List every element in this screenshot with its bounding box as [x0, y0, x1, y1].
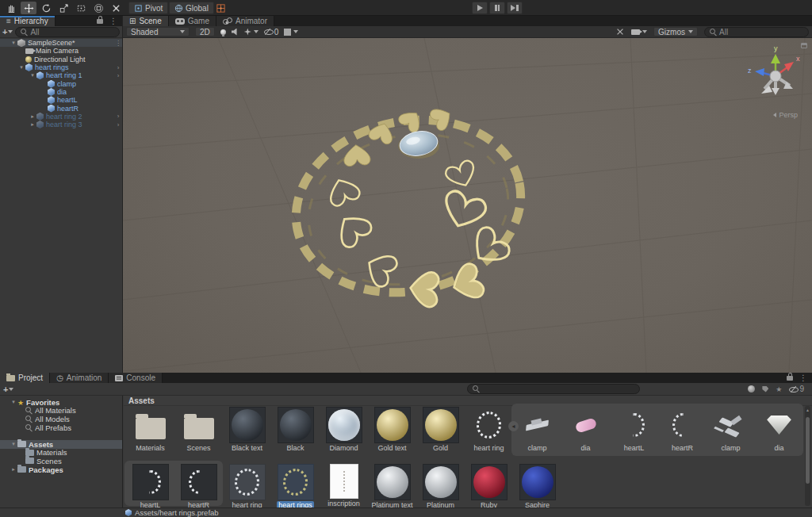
pivot-toggle-button[interactable]: Pivot	[128, 2, 168, 14]
shading-mode-dropdown[interactable]: Shaded	[126, 27, 190, 36]
scroll-up-icon[interactable]: ▲	[805, 408, 810, 412]
row-chevron[interactable]: ›	[114, 121, 122, 128]
step-button[interactable]	[507, 2, 523, 14]
prefab-expander-button[interactable]: ◂	[508, 421, 519, 431]
search-by-label-icon[interactable]	[762, 386, 768, 393]
gizmo-axis-y[interactable]	[771, 54, 780, 63]
effects-dropdown[interactable]	[244, 29, 259, 36]
hierarchy-row[interactable]: clamp	[0, 79, 122, 87]
row-chevron[interactable]: ›	[114, 72, 122, 79]
expand-toggle[interactable]: ▸	[29, 121, 36, 128]
tree-row[interactable]: ▾ Assets	[0, 440, 122, 449]
scene-lighting-icon[interactable]	[220, 29, 226, 35]
view-tab[interactable]: Animator	[216, 16, 274, 26]
tree-row[interactable]: All Models	[0, 415, 122, 423]
expand-toggle[interactable]: ▸	[10, 466, 17, 473]
panel-tab[interactable]: Console	[109, 373, 163, 383]
hierarchy-row[interactable]: ▾ SampleScene* ⋮	[0, 39, 122, 47]
asset-tile[interactable]: heart ring ◂	[465, 407, 513, 454]
hierarchy-search-input[interactable]: All	[15, 27, 120, 37]
asset-tile[interactable]: heartR	[658, 407, 707, 454]
rotate-tool-button[interactable]	[38, 2, 54, 14]
asset-tile[interactable]: heart ring	[223, 464, 271, 511]
expand-toggle[interactable]: ▾	[10, 40, 17, 46]
grid-settings-dropdown[interactable]	[284, 29, 298, 36]
grid-snap-button[interactable]	[213, 2, 228, 14]
projection-toggle[interactable]: Persp	[773, 111, 798, 119]
transform-tool-button[interactable]	[90, 2, 106, 14]
view-tab[interactable]: Scene	[123, 16, 169, 26]
save-search-icon[interactable]	[776, 385, 782, 393]
scene-camera-dropdown[interactable]	[631, 29, 647, 35]
tree-row[interactable]: ▸ Packages	[0, 465, 122, 474]
asset-tile[interactable]: heartL	[610, 407, 658, 454]
gizmo-axis-x[interactable]	[784, 62, 794, 71]
expand-toggle[interactable]: ▾	[29, 72, 36, 79]
asset-tile[interactable]: Scenes	[174, 407, 223, 454]
row-chevron[interactable]: ›	[114, 113, 122, 120]
expand-toggle[interactable]: ▾	[10, 441, 17, 447]
move-tool-button[interactable]	[21, 2, 36, 14]
view-tab[interactable]: Game	[169, 16, 216, 26]
asset-tile[interactable]: Materials	[126, 407, 174, 454]
asset-tile[interactable]: Black	[271, 407, 320, 454]
custom-tools-button[interactable]	[108, 2, 124, 14]
asset-tile[interactable]: Saphire	[513, 464, 561, 511]
hierarchy-row[interactable]: ▸ heart ring 2 ›	[0, 113, 122, 121]
hierarchy-row[interactable]: ▾ heart ring 1 ›	[0, 71, 122, 79]
asset-tile[interactable]: clamp	[513, 407, 561, 454]
asset-tile[interactable]: heartL	[126, 464, 174, 511]
expand-toggle[interactable]: ▾	[17, 64, 25, 71]
asset-tile[interactable]: dia	[561, 407, 610, 454]
scene-visibility-button[interactable]: 0	[264, 28, 279, 36]
gizmo-menu-icon[interactable]	[801, 43, 807, 48]
scene-tools-icon[interactable]	[615, 27, 625, 36]
hierarchy-row[interactable]: heartR	[0, 104, 122, 112]
assets-scrollbar[interactable]: ▲	[805, 406, 810, 506]
tree-row[interactable]: Materials	[0, 449, 122, 458]
lock-icon[interactable]	[787, 376, 793, 381]
panel-menu-icon[interactable]: ⋮	[109, 17, 117, 25]
orientation-gizmo[interactable]: y x z	[744, 41, 807, 111]
search-by-type-icon[interactable]	[748, 385, 755, 393]
asset-tile[interactable]: Ruby	[465, 464, 513, 511]
gizmo-axis-neg[interactable]	[772, 88, 779, 95]
hidden-packages-button[interactable]: 9	[789, 385, 804, 393]
expand-toggle[interactable]: ▾	[10, 399, 17, 405]
project-search-input[interactable]	[467, 384, 640, 394]
panel-tab[interactable]: Project	[0, 373, 50, 383]
asset-tile[interactable]: dia	[755, 407, 803, 454]
hierarchy-row[interactable]: dia	[0, 88, 122, 96]
create-object-button[interactable]: +	[2, 27, 13, 36]
lock-icon[interactable]	[97, 19, 103, 24]
asset-tile[interactable]: Diamond	[320, 407, 368, 454]
row-chevron[interactable]: ⋮	[114, 40, 122, 47]
asset-tile[interactable]: heart rings	[271, 464, 320, 511]
gizmo-axis-z[interactable]	[755, 68, 764, 76]
tree-row[interactable]: All Prefabs	[0, 423, 122, 432]
rect-tool-button[interactable]	[73, 2, 89, 14]
hierarchy-row[interactable]: Directional Light	[0, 56, 122, 63]
scale-tool-button[interactable]	[56, 2, 71, 14]
pause-button[interactable]	[489, 2, 505, 14]
scene-audio-icon[interactable]	[232, 29, 239, 36]
scene-search-input[interactable]: All	[704, 27, 809, 37]
hand-tool-button[interactable]	[3, 2, 19, 14]
global-toggle-button[interactable]: Global	[169, 2, 214, 14]
asset-tile[interactable]: heartR	[174, 464, 223, 511]
asset-tile[interactable]: Gold	[416, 407, 465, 454]
asset-tile[interactable]: Black text	[223, 407, 271, 454]
gizmo-center[interactable]	[770, 71, 781, 82]
asset-tile[interactable]: inscription	[320, 464, 368, 511]
2d-toggle-button[interactable]: 2D	[195, 27, 215, 36]
hierarchy-row[interactable]: ▾ heart rings ›	[0, 63, 122, 71]
row-chevron[interactable]: ›	[114, 64, 122, 71]
hierarchy-row[interactable]: heartL	[0, 96, 122, 104]
asset-tile[interactable]: Gold text	[368, 407, 416, 454]
gizmos-dropdown[interactable]: Gizmos	[653, 27, 698, 36]
asset-tile[interactable]: Platinum	[416, 464, 465, 511]
scene-viewport[interactable]: y x z Persp	[123, 38, 812, 373]
create-asset-button[interactable]: +	[3, 385, 13, 394]
scrollbar-thumb[interactable]	[806, 417, 810, 484]
play-button[interactable]	[472, 2, 488, 14]
